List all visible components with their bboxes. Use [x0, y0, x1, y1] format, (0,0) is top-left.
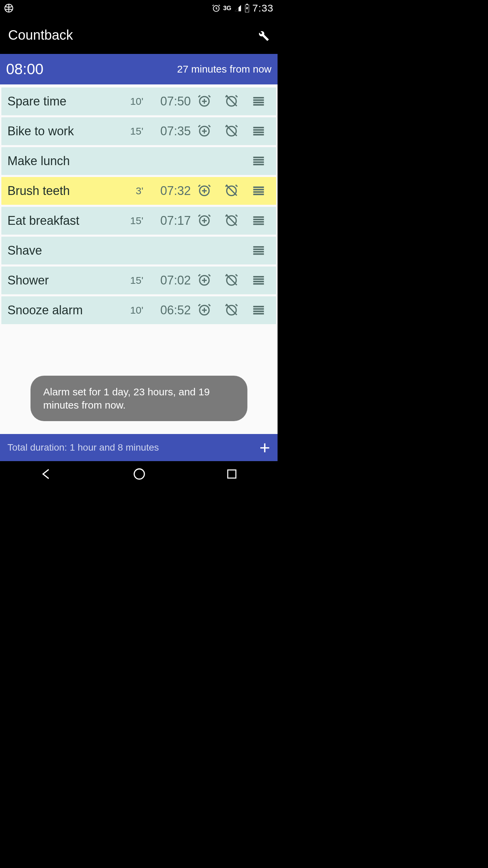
svg-rect-3	[246, 4, 247, 5]
status-bar: 3G 7:33	[0, 0, 278, 16]
add-alarm-button[interactable]	[191, 183, 218, 199]
task-duration: 15'	[122, 215, 143, 226]
target-from-now: 27 minutes from now	[177, 63, 271, 75]
reorder-handle[interactable]	[245, 243, 272, 258]
reorder-icon	[251, 273, 266, 288]
toast: Alarm set for 1 day, 23 hours, and 19 mi…	[30, 376, 247, 421]
add-alarm-button[interactable]	[191, 302, 218, 318]
battery-icon	[244, 4, 250, 13]
task-duration: 10'	[122, 304, 143, 316]
nav-back-button[interactable]	[40, 467, 53, 482]
status-time: 7:33	[252, 2, 273, 14]
task-duration: 15'	[122, 125, 143, 137]
task-label: Eat breakfast	[7, 214, 122, 228]
reorder-icon	[251, 123, 266, 139]
alarm-add-icon	[197, 213, 211, 229]
alarm-off-icon	[224, 123, 239, 139]
navigation-bar	[0, 461, 278, 488]
cancel-alarm-button[interactable]	[218, 94, 245, 109]
reorder-icon	[251, 243, 266, 258]
cancel-alarm-button[interactable]	[218, 123, 245, 139]
reorder-handle[interactable]	[245, 183, 272, 199]
action-bar: Countback	[0, 16, 278, 54]
task-label: Shower	[7, 273, 122, 288]
alarm-off-icon	[224, 213, 239, 229]
reorder-handle[interactable]	[245, 213, 272, 229]
task-row[interactable]: Bike to work 15' 07:35	[1, 117, 276, 145]
reorder-handle[interactable]	[245, 302, 272, 318]
task-time: 07:32	[143, 184, 191, 198]
cancel-alarm-button[interactable]	[218, 273, 245, 288]
alarm-off-icon	[224, 94, 239, 109]
task-row[interactable]: Make lunch	[1, 147, 276, 175]
add-alarm-button[interactable]	[191, 213, 218, 229]
task-duration: 15'	[122, 275, 143, 286]
task-row[interactable]: Spare time 10' 07:50	[1, 87, 276, 115]
nav-recent-button[interactable]	[226, 468, 238, 481]
reorder-handle[interactable]	[245, 123, 272, 139]
task-time: 07:02	[143, 273, 191, 288]
alarm-status-icon	[212, 4, 221, 13]
footer-bar: Total duration: 1 hour and 8 minutes +	[0, 434, 278, 461]
task-label: Snooze alarm	[7, 303, 122, 317]
cancel-alarm-button[interactable]	[218, 302, 245, 318]
task-time: 07:17	[143, 214, 191, 228]
debug-icon	[4, 3, 14, 13]
task-time: 06:52	[143, 303, 191, 317]
svg-point-20	[134, 469, 144, 479]
add-alarm-button[interactable]	[191, 123, 218, 139]
alarm-add-icon	[197, 183, 211, 199]
reorder-icon	[251, 213, 266, 229]
app-title: Countback	[8, 27, 73, 43]
add-task-button[interactable]: +	[259, 438, 270, 457]
task-time: 07:35	[143, 124, 191, 138]
reorder-icon	[251, 153, 266, 169]
task-duration: 10'	[122, 96, 143, 107]
svg-rect-21	[228, 470, 236, 478]
network-type-label: 3G	[223, 5, 231, 12]
task-duration: 3'	[122, 185, 143, 197]
task-label: Shave	[7, 243, 122, 258]
reorder-handle[interactable]	[245, 153, 272, 169]
task-row[interactable]: Shower 15' 07:02	[1, 267, 276, 294]
reorder-icon	[251, 302, 266, 318]
alarm-add-icon	[197, 94, 211, 109]
total-duration-label: Total duration: 1 hour and 8 minutes	[7, 442, 159, 453]
reorder-handle[interactable]	[245, 94, 272, 109]
target-time-banner[interactable]: 08:00 27 minutes from now	[0, 54, 278, 84]
reorder-handle[interactable]	[245, 273, 272, 288]
cancel-alarm-button[interactable]	[218, 213, 245, 229]
settings-button[interactable]	[255, 27, 269, 43]
task-time: 07:50	[143, 94, 191, 108]
add-alarm-button[interactable]	[191, 273, 218, 288]
task-label: Bike to work	[7, 124, 122, 138]
alarm-add-icon	[197, 273, 211, 288]
reorder-icon	[251, 94, 266, 109]
task-row[interactable]: Snooze alarm 10' 06:52	[1, 296, 276, 324]
alarm-add-icon	[197, 123, 211, 139]
alarm-off-icon	[224, 183, 239, 199]
wrench-icon	[255, 27, 269, 42]
task-list: Spare time 10' 07:50 Bike to work 15' 07…	[0, 84, 278, 324]
nav-home-button[interactable]	[133, 467, 146, 482]
signal-icon	[234, 4, 242, 12]
add-alarm-button[interactable]	[191, 94, 218, 109]
alarm-add-icon	[197, 302, 211, 318]
target-time: 08:00	[6, 61, 43, 78]
alarm-off-icon	[224, 302, 239, 318]
task-label: Spare time	[7, 94, 122, 108]
alarm-off-icon	[224, 273, 239, 288]
reorder-icon	[251, 183, 266, 199]
task-row[interactable]: Eat breakfast 15' 07:17	[1, 207, 276, 235]
task-label: Make lunch	[7, 154, 122, 168]
task-label: Brush teeth	[7, 184, 122, 198]
task-row[interactable]: Shave	[1, 237, 276, 264]
task-row[interactable]: Brush teeth 3' 07:32	[1, 177, 276, 205]
toast-text: Alarm set for 1 day, 23 hours, and 19 mi…	[43, 386, 210, 411]
cancel-alarm-button[interactable]	[218, 183, 245, 199]
